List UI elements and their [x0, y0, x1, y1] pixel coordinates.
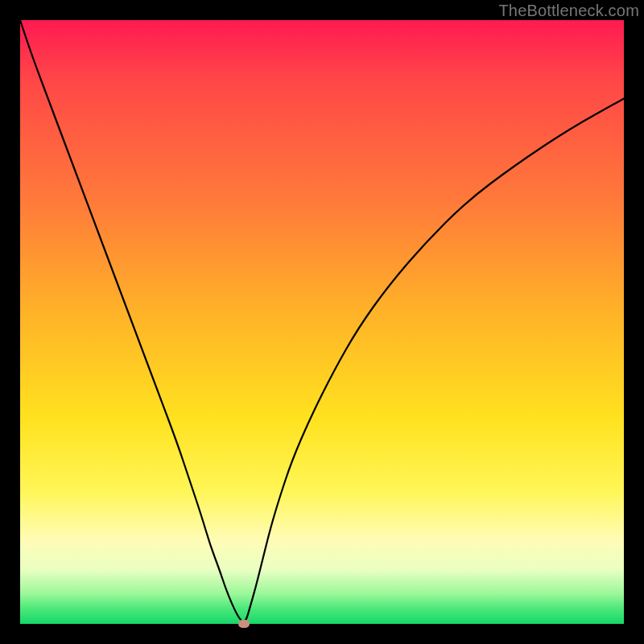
bottleneck-curve — [20, 20, 624, 624]
watermark-text: TheBottleneck.com — [498, 2, 639, 20]
plot-area — [20, 20, 624, 624]
optimum-marker — [238, 620, 250, 628]
chart-frame: TheBottleneck.com — [0, 0, 644, 644]
